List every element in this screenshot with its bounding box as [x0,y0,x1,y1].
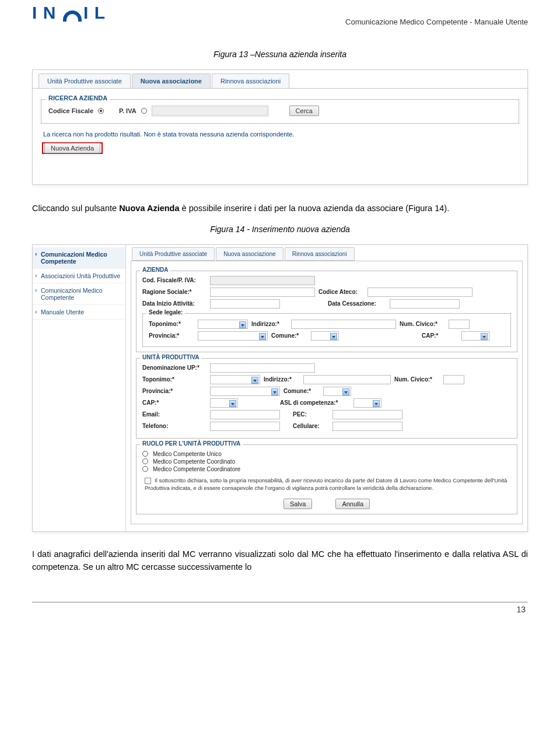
label-cellulare: Cellulare: [293,423,329,429]
declaration-content: Il sottoscritto dichiara, sotto la propr… [145,477,507,491]
radio-ruolo-coordinatore[interactable] [142,466,148,472]
label-ruolo-coordinatore: Medico Competente Coordinatore [153,466,240,472]
label-up-num-civico: Num. Civico:* [394,376,440,383]
figure-14-caption: Figura 14 - Inserimento nuova azienda [32,225,528,234]
input-denominazione-up[interactable] [210,363,315,373]
unita-produttiva-fieldset: UNITÀ PRODUTTIVA Denominazione UP:* Topo… [136,358,517,439]
select-up-provincia[interactable] [210,387,280,396]
input-up-indirizzo[interactable] [303,375,391,384]
label-asl: ASL di competenza:* [280,399,350,406]
page-number: 13 [32,605,528,614]
cerca-button[interactable]: Cerca [289,106,319,116]
input-pec[interactable] [332,410,402,419]
sidebar: Comunicazioni Medico Competente Associaz… [33,245,126,532]
input-indirizzo[interactable] [291,320,396,329]
ricerca-azienda-fieldset: RICERCA AZIENDA Codice Fiscale P. IVA Ce… [41,99,519,124]
azienda-legend: AZIENDA [140,267,170,273]
nuova-azienda-highlight: Nuova Azienda [42,142,103,154]
label-up-toponimo: Toponimo:* [142,376,206,383]
sidebar-item-comunicazioni-2[interactable]: Comunicazioni Medico Competente [33,283,125,305]
label-email: Email: [142,411,206,418]
para1-a: Cliccando sul pulsante [32,204,119,213]
label-cap: CAP:* [422,332,458,339]
select-comune[interactable] [311,331,339,341]
label-piva: P. IVA [119,107,136,114]
select-up-cap[interactable] [210,398,238,408]
label-indirizzo: Indirizzo:* [251,321,288,327]
select-toponimo[interactable] [198,320,248,329]
label-ragione-sociale: Ragione Sociale:* [142,289,206,295]
paragraph-2: I dati anagrafici dell'azienda inseriti … [32,548,528,574]
select-up-toponimo[interactable] [210,375,260,384]
select-up-comune[interactable] [323,387,351,396]
radio-codice-fiscale[interactable] [98,108,104,114]
input-cf-piva[interactable] [210,276,315,285]
radio-ruolo-unico[interactable] [142,451,148,457]
tab-nuova-associazione[interactable]: Nuova associazione [132,73,211,88]
label-provincia: Provincia:* [149,332,194,339]
page-header: I N I L Comunicazione Medico Competente … [32,0,528,26]
input-cellulare[interactable] [332,422,402,431]
label-codice-fiscale: Codice Fiscale [48,107,93,114]
inail-logo: I N I L [32,5,131,22]
label-pec: PEC: [293,411,329,418]
input-telefono[interactable] [210,422,280,431]
tab-unita-produttive[interactable]: Unità Produttive associate [38,73,131,88]
para1-c: è possibile inserire i dati per la nuova… [180,204,450,213]
figure-13-caption: Figura 13 –Nessuna azienda inserita [32,50,528,59]
label-num-civico: Num. Civico:* [400,321,445,327]
label-denominazione-up: Denominazione UP:* [142,365,206,371]
search-value-input[interactable] [152,106,268,116]
label-data-cessazione: Data Cessazione: [328,300,386,307]
nuova-azienda-button[interactable]: Nuova Azienda [44,143,100,153]
label-toponimo: Toponimo:* [149,321,194,327]
select-asl[interactable] [354,398,382,408]
tab-nuova-associazione-2[interactable]: Nuova associazione [216,247,284,261]
para1-b: Nuova Azienda [119,204,179,213]
no-results-message: La ricerca non ha prodotto risultati. No… [43,131,517,138]
input-data-cessazione[interactable] [390,299,460,309]
label-ruolo-unico: Medico Competente Unico [153,451,222,457]
select-cap[interactable] [461,331,489,341]
label-up-provincia: Provincia:* [142,388,206,394]
salva-button[interactable]: Salva [284,499,313,509]
sidebar-item-manuale[interactable]: Manuale Utente [33,305,125,320]
radio-piva[interactable] [141,108,147,114]
label-ruolo-coordinato: Medico Competente Coordinato [153,458,235,465]
annulla-button[interactable]: Annulla [335,499,370,509]
sidebar-item-comunicazioni-1[interactable]: Comunicazioni Medico Competente [33,247,125,269]
header-title: Comunicazione Medico Competente - Manual… [345,17,528,26]
unita-produttiva-legend: UNITÀ PRODUTTIVA [140,354,202,360]
svg-text:I N: I N [32,5,56,22]
azienda-fieldset: AZIENDA Cod. Fiscale/P. IVA: Ragione Soc… [136,271,517,352]
label-codice-ateco: Codice Ateco: [318,289,364,295]
label-cf-piva: Cod. Fiscale/P. IVA: [142,277,206,283]
label-data-inizio: Data Inizio Attività: [142,300,206,307]
input-email[interactable] [210,410,280,419]
input-up-num-civico[interactable] [443,375,464,384]
sede-legale-fieldset: Sede legale: Toponimo:* Indirizzo:* Num.… [142,313,511,347]
ruolo-fieldset: RUOLO PER L'UNITÀ PRODUTTIVA Medico Comp… [136,444,517,515]
declaration-text: Il sottoscritto dichiara, sotto la propr… [142,477,511,492]
checkbox-declaration[interactable] [145,478,151,484]
label-up-comune: Comune:* [284,388,320,394]
sidebar-item-associazioni[interactable]: Associazioni Unità Produttive [33,269,125,283]
input-codice-ateco[interactable] [368,288,473,297]
label-up-cap: CAP:* [142,399,206,406]
footer-divider [32,602,528,602]
input-data-inizio[interactable] [210,299,280,309]
input-ragione-sociale[interactable] [210,288,315,297]
tab-unita-produttive-2[interactable]: Unità Produttive associate [132,247,215,261]
tab-rinnova-associazioni[interactable]: Rinnova associazioni [212,73,289,88]
label-comune: Comune:* [271,332,307,339]
paragraph-1: Cliccando sul pulsante Nuova Azienda è p… [32,202,528,215]
ricerca-azienda-legend: RICERCA AZIENDA [46,94,110,101]
label-telefono: Telefono: [142,423,206,429]
screenshot-figure-13: Unità Produttive associate Nuova associa… [32,69,528,185]
radio-ruolo-coordinato[interactable] [142,458,148,464]
label-up-indirizzo: Indirizzo:* [264,376,300,383]
tab-rinnova-associazioni-2[interactable]: Rinnova associazioni [285,247,355,261]
screenshot-figure-14: Comunicazioni Medico Competente Associaz… [32,244,528,532]
select-provincia[interactable] [198,331,268,341]
input-num-civico[interactable] [449,320,470,329]
